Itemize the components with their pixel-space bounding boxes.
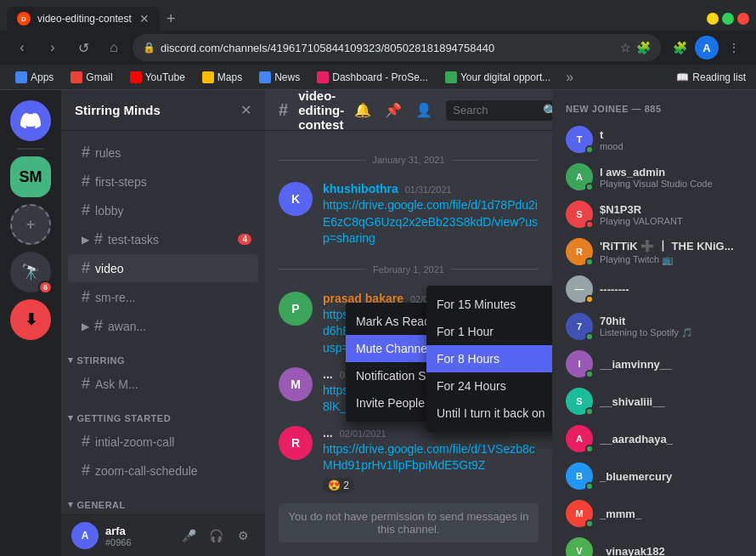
channel-intial-zoom[interactable]: # intial-zoom-call <box>68 428 258 456</box>
server-divider <box>17 148 44 150</box>
member-status: Playing VALORANT <box>600 216 742 226</box>
mute-8hours[interactable]: For 8 Hours <box>426 345 552 372</box>
channel-name-zoom-schedule: zoom-call-schedule <box>95 464 251 478</box>
reload-button[interactable]: ↺ <box>71 36 95 60</box>
mute-until-off[interactable]: Until I turn it back on <box>426 400 552 427</box>
extension-icon[interactable]: 🧩 <box>636 41 651 54</box>
member-vinayak182[interactable]: V _vinayak182 <box>559 532 749 556</box>
bookmark-maps-label: Maps <box>217 71 242 83</box>
mute-24hours[interactable]: For 24 Hours <box>426 372 552 400</box>
address-bar[interactable]: 🔒 discord.com/channels/41961710584410932… <box>133 34 661 61</box>
member-name: t <box>600 128 742 141</box>
settings-button[interactable]: ⚙ <box>231 524 255 547</box>
home-button[interactable]: ⌂ <box>102 36 126 60</box>
bookmark-apps[interactable]: Apps <box>10 70 59 85</box>
category-arrow: ▾ <box>68 499 74 510</box>
channel-name-awan: awan... <box>108 320 251 333</box>
status-dot <box>585 295 594 304</box>
mute-channel-label: Mute Channel <box>356 342 430 355</box>
bookmark-maps[interactable]: Maps <box>197 70 247 85</box>
reading-list-button[interactable]: 📖 Reading list <box>676 71 746 83</box>
member-status: mood <box>600 141 742 151</box>
category-getting-started[interactable]: ▾ GETTING STARTED <box>61 399 265 427</box>
member-dashes[interactable]: — -------- <box>559 270 749 308</box>
server-icon-discord[interactable] <box>10 100 51 141</box>
mute-15min[interactable]: For 15 Minutes <box>426 291 552 318</box>
reading-list-label: Reading list <box>692 71 746 83</box>
tab-close-button[interactable]: ✕ <box>139 12 150 26</box>
close-button[interactable]: ✕ <box>737 13 749 25</box>
member-shivaliii[interactable]: S __shivaliii__ <box>559 383 749 420</box>
channel-sm-re[interactable]: # sm-re... <box>68 283 258 311</box>
bookmark-digital-label: Your digital opport... <box>460 71 550 83</box>
server-icon-explore[interactable]: 🔭 6 <box>10 252 51 292</box>
tab-title: video-editing-contest <box>37 13 132 25</box>
member-name: _vinayak182 <box>600 545 742 557</box>
navigation-bar: ‹ › ↺ ⌂ 🔒 discord.com/channels/419617105… <box>0 31 756 65</box>
channel-lobby[interactable]: # lobby <box>68 196 258 224</box>
discord-app: SM + 🔭 6 ⬇ Stirring Minds ✕ # rules # fi… <box>0 90 756 556</box>
bookmark-digital[interactable]: Your digital opport... <box>440 70 556 85</box>
status-dot <box>585 519 594 528</box>
member-rittik[interactable]: R 'RiTTiK ➕ 丨 THE KNiG... Playing Twitch… <box>559 233 749 270</box>
mute-button[interactable]: 🎤 <box>177 524 200 547</box>
more-bookmarks-button[interactable]: » <box>566 70 573 85</box>
menu-button[interactable]: ⋮ <box>722 36 746 60</box>
gmail-favicon <box>71 71 82 83</box>
channel-awan[interactable]: ▶ # awan... <box>68 312 258 340</box>
member-aaradhaya[interactable]: A __aaradhaya_ <box>559 420 749 457</box>
mark-as-read-label: Mark As Read <box>356 315 431 328</box>
server-icon-stirring-minds[interactable]: SM <box>10 156 51 197</box>
server-header[interactable]: Stirring Minds ✕ <box>61 90 265 131</box>
member-iamvinny[interactable]: I __iamvinny__ <box>559 345 749 383</box>
bookmark-dashboard[interactable]: Dashboard - ProSe... <box>312 70 433 85</box>
member-info: t mood <box>600 128 742 151</box>
bookmark-dashboard-label: Dashboard - ProSe... <box>332 71 428 83</box>
channel-name-rules: rules <box>95 146 251 160</box>
account-button[interactable]: A <box>695 36 719 60</box>
member-status: Listening to Spotify 🎵 <box>600 327 742 338</box>
channel-rules[interactable]: # rules <box>68 139 258 167</box>
member-aws-admin[interactable]: A l aws_admin Playing Visual Studio Code <box>559 158 749 196</box>
category-stirring[interactable]: ▾ STIRRING <box>61 341 265 369</box>
server-icon-download[interactable]: ⬇ <box>10 299 51 340</box>
member-avatar: M <box>566 500 593 527</box>
channel-video-editing-contest[interactable]: # video <box>68 254 258 282</box>
member-name: __iamvinny__ <box>600 358 742 371</box>
member-bluemercury[interactable]: B _bluemercury <box>559 457 749 495</box>
server-sidebar: SM + 🔭 6 ⬇ <box>0 90 61 556</box>
member-avatar: B <box>566 462 593 490</box>
bookmark-news[interactable]: News <box>254 70 305 85</box>
bookmark-gmail[interactable]: Gmail <box>65 70 117 85</box>
member-avatar: A <box>566 163 593 190</box>
channel-test-tasks[interactable]: ▶ # test-tasks 4 <box>68 225 258 253</box>
category-general[interactable]: ▾ GENERAL <box>61 485 265 513</box>
deafen-button[interactable]: 🎧 <box>204 524 228 547</box>
member-t[interactable]: T t mood <box>559 121 749 158</box>
member-mmm[interactable]: M _mmm_ <box>559 495 749 532</box>
channel-sidebar: Stirring Minds ✕ # rules # first-steps #… <box>61 90 265 556</box>
forward-button[interactable]: › <box>41 36 65 60</box>
channel-ask-m[interactable]: # Ask M... <box>68 370 258 398</box>
hash-icon: # <box>94 317 103 335</box>
channel-zoom-schedule[interactable]: # zoom-call-schedule <box>68 457 258 485</box>
server-menu-icon: ✕ <box>240 102 251 118</box>
star-icon[interactable]: ☆ <box>620 41 631 54</box>
server-badge: 6 <box>38 281 53 294</box>
members-sidebar: NEW JOINEE — 885 T t mood A l aws_admin … <box>552 90 756 556</box>
member-sn1p3r[interactable]: S $N1P3R Playing VALORANT <box>559 196 749 233</box>
active-tab[interactable]: D video-editing-contest ✕ <box>7 7 160 31</box>
back-button[interactable]: ‹ <box>10 36 34 60</box>
context-menu-overlay: Mark As Read Mute Channel ▶ Notification… <box>265 90 552 556</box>
extensions-button[interactable]: 🧩 <box>668 36 691 60</box>
new-tab-button[interactable]: + <box>160 10 183 28</box>
mute-1hour[interactable]: For 1 Hour <box>426 318 552 345</box>
channel-first-steps[interactable]: # first-steps <box>68 167 258 196</box>
member-info: _mmm_ <box>600 508 742 520</box>
minimize-button[interactable]: — <box>707 13 719 25</box>
hash-icon: # <box>82 173 90 190</box>
bookmark-youtube[interactable]: YouTube <box>125 70 190 85</box>
add-server-button[interactable]: + <box>10 204 51 245</box>
maximize-button[interactable]: □ <box>722 13 734 25</box>
member-70hit[interactable]: 7 70hit Listening to Spotify 🎵 <box>559 308 749 345</box>
